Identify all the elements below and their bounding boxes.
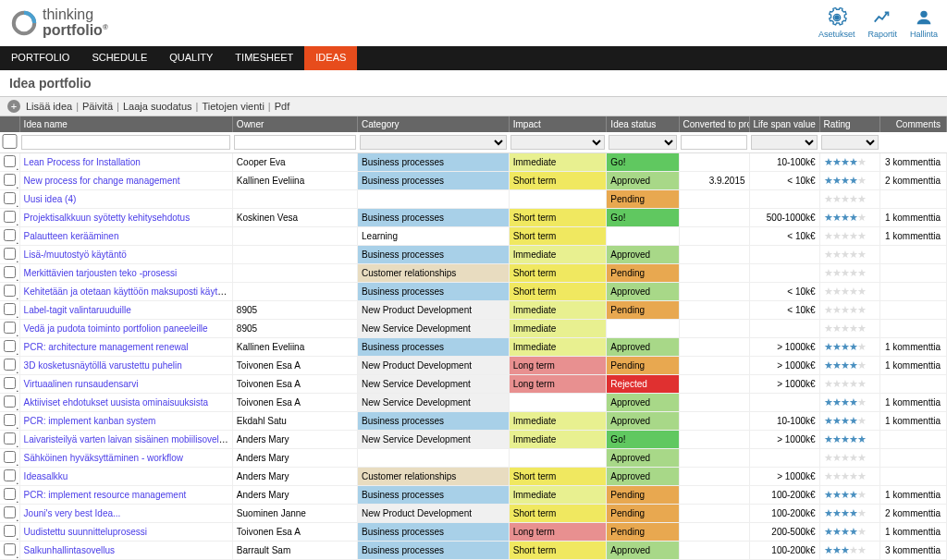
row-checkbox[interactable] <box>4 414 16 426</box>
idea-link[interactable]: Lisä-/muutostyö käytäntö <box>24 250 127 260</box>
cell-comments[interactable] <box>880 320 947 338</box>
idea-link[interactable]: Kehitetään ja otetaan käyttöön maksupost… <box>24 286 233 297</box>
cell-rating[interactable]: ★★★★★ <box>819 449 879 468</box>
cell-comments[interactable]: 1 kommenttia <box>880 357 947 375</box>
cell-rating[interactable]: ★★★★★ <box>819 375 879 394</box>
idea-link[interactable]: 3D kosketusnäytöllä varustettu puhelin <box>24 360 182 371</box>
row-checkbox[interactable] <box>4 451 16 463</box>
idea-link[interactable]: Laivaristeilyä varten laivan sisäinen mo… <box>24 434 231 444</box>
idea-link[interactable]: Aktiiviset ehdotukset uusista ominaisuuk… <box>24 397 209 408</box>
row-checkbox[interactable] <box>4 303 16 315</box>
cell-comments[interactable] <box>880 375 947 394</box>
idea-link[interactable]: Merkittävien tarjousten teko -prosessi <box>24 268 178 278</box>
nav-quality[interactable]: QUALITY <box>158 46 224 70</box>
cell-comments[interactable] <box>880 468 947 486</box>
row-checkbox[interactable] <box>4 377 16 389</box>
cell-rating[interactable]: ★★★★★ <box>819 153 879 172</box>
idea-link[interactable]: Vedä ja pudota toiminto portfolion panee… <box>24 323 208 334</box>
row-checkbox[interactable] <box>4 285 16 297</box>
row-checkbox[interactable] <box>4 192 16 204</box>
cell-comments[interactable]: 1 kommenttia <box>880 486 947 505</box>
idea-link[interactable]: Projektisalkkuun syötetty kehitysehdotus <box>24 213 191 223</box>
cell-comments[interactable] <box>880 301 947 320</box>
nav-ideas[interactable]: IDEAS <box>304 46 357 70</box>
nav-timesheet[interactable]: TIMESHEET <box>224 46 304 70</box>
cell-rating[interactable]: ★★★★★ <box>819 264 879 283</box>
header-action-asetukset[interactable]: Asetukset <box>818 7 855 39</box>
col-header[interactable]: Life span value <box>749 116 819 132</box>
nav-schedule[interactable]: SCHEDULE <box>80 46 158 70</box>
col-header[interactable]: Category <box>358 116 510 132</box>
cell-rating[interactable]: ★★★★★ <box>819 505 879 523</box>
col-header[interactable]: Idea status <box>607 116 679 132</box>
idea-link[interactable]: PCR: implement resource management <box>24 490 187 500</box>
cell-rating[interactable]: ★★★★★ <box>819 283 879 301</box>
cell-rating[interactable]: ★★★★★ <box>819 486 879 505</box>
row-checkbox[interactable] <box>4 322 16 334</box>
idea-link[interactable]: Uudistettu suunnitteluprosessi <box>24 527 147 537</box>
cell-comments[interactable] <box>880 283 947 301</box>
cell-rating[interactable]: ★★★★★ <box>819 542 879 560</box>
row-checkbox[interactable] <box>4 174 16 186</box>
cell-comments[interactable]: 1 kommenttia <box>880 394 947 412</box>
filter-lifespan[interactable] <box>751 135 818 150</box>
cell-rating[interactable]: ★★★★★ <box>819 468 879 486</box>
cell-comments[interactable]: 3 kommenttia <box>880 153 947 172</box>
row-checkbox[interactable] <box>4 488 16 500</box>
row-checkbox[interactable] <box>4 340 16 352</box>
cell-comments[interactable] <box>880 246 947 264</box>
cell-comments[interactable] <box>880 264 947 283</box>
idea-link[interactable]: Label-tagit valintaruuduille <box>24 305 131 315</box>
add-icon[interactable]: + <box>7 100 20 113</box>
cell-comments[interactable]: 1 kommenttia <box>880 523 947 542</box>
col-header[interactable] <box>0 116 19 132</box>
cell-comments[interactable]: 2 kommenttia <box>880 505 947 523</box>
idea-link[interactable]: Uusi idea (4) <box>24 194 77 204</box>
row-checkbox[interactable] <box>4 248 16 260</box>
cell-comments[interactable]: 2 kommenttia <box>880 172 947 190</box>
cell-comments[interactable]: 1 kommenttia <box>880 227 947 246</box>
filter-owner[interactable] <box>234 135 355 150</box>
cell-rating[interactable]: ★★★★★ <box>819 357 879 375</box>
header-action-raportit[interactable]: Raportit <box>867 7 897 39</box>
row-checkbox[interactable] <box>4 543 16 555</box>
idea-link[interactable]: Salkunhallintasovellus <box>24 545 115 555</box>
row-checkbox[interactable] <box>4 266 16 278</box>
cell-comments[interactable]: 1 kommenttia <box>880 338 947 357</box>
cell-rating[interactable]: ★★★★★ <box>819 209 879 227</box>
cell-rating[interactable]: ★★★★★ <box>819 227 879 246</box>
cell-rating[interactable]: ★★★★★ <box>819 190 879 209</box>
row-checkbox[interactable] <box>4 155 16 167</box>
idea-link[interactable]: Jouni's very best Idea... <box>24 508 121 518</box>
col-header[interactable]: Idea name <box>19 116 232 132</box>
cell-comments[interactable]: 3 kommenttia <box>880 542 947 560</box>
col-header[interactable]: Owner <box>232 116 357 132</box>
filter-converted[interactable] <box>681 135 747 150</box>
cell-comments[interactable] <box>880 449 947 468</box>
row-checkbox[interactable] <box>4 211 16 223</box>
row-checkbox[interactable] <box>4 229 16 241</box>
cell-rating[interactable]: ★★★★★ <box>819 246 879 264</box>
col-header[interactable]: Converted to pro <box>679 116 749 132</box>
row-checkbox[interactable] <box>4 359 16 371</box>
cell-comments[interactable]: 1 kommenttia <box>880 209 947 227</box>
idea-link[interactable]: Palautteen kerääminen <box>24 231 119 241</box>
header-action-hallinta[interactable]: Hallinta <box>910 7 938 39</box>
cell-rating[interactable]: ★★★★★ <box>819 394 879 412</box>
cell-rating[interactable]: ★★★★★ <box>819 338 879 357</box>
filter-checkbox-all[interactable] <box>2 134 18 149</box>
toolbar-filter[interactable]: Laaja suodatus <box>123 101 192 112</box>
col-header[interactable]: Impact <box>509 116 607 132</box>
row-checkbox[interactable] <box>4 506 16 518</box>
filter-impact[interactable] <box>510 135 605 150</box>
filter-status[interactable] <box>609 135 677 150</box>
col-header[interactable]: Comments <box>880 116 947 132</box>
cell-comments[interactable] <box>880 190 947 209</box>
toolbar-export[interactable]: Tietojen vienti <box>202 101 264 112</box>
cell-rating[interactable]: ★★★★★ <box>819 431 879 449</box>
cell-rating[interactable]: ★★★★★ <box>819 320 879 338</box>
row-checkbox[interactable] <box>4 469 16 481</box>
idea-link[interactable]: Sähköinen hyväksyttäminen - workflow <box>24 453 183 463</box>
idea-link[interactable]: Virtuaalinen runsaudensarvi <box>24 379 139 389</box>
cell-rating[interactable]: ★★★★★ <box>819 172 879 190</box>
